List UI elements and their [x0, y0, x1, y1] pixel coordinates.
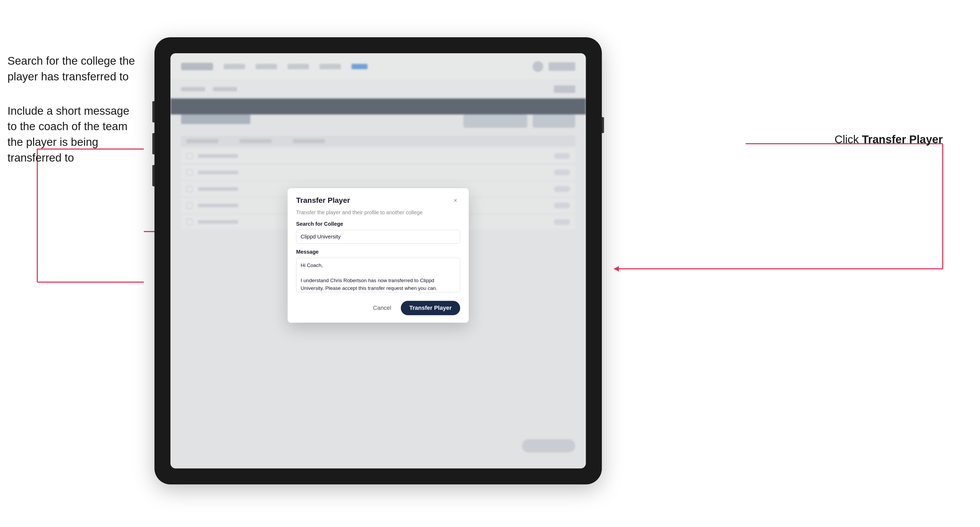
- annotation-line6: transferred to: [8, 151, 74, 164]
- annotation-right-prefix: Click: [835, 133, 862, 146]
- tablet-screen: Transfer Player × Transfer the player an…: [170, 53, 586, 468]
- transfer-player-button[interactable]: Transfer Player: [401, 301, 460, 315]
- annotation-line4: to the coach of the team: [8, 120, 127, 133]
- modal-footer: Cancel Transfer Player: [288, 301, 469, 322]
- svg-marker-7: [614, 266, 619, 271]
- modal-body: Transfer the player and their profile to…: [288, 205, 469, 301]
- cancel-button[interactable]: Cancel: [369, 302, 396, 314]
- tablet-power-button: [602, 117, 604, 133]
- annotation-line1: Search for the college the: [8, 55, 135, 67]
- annotation-line3: Include a short message: [8, 105, 129, 117]
- college-search-input[interactable]: [296, 230, 460, 243]
- college-field-label: Search for College: [296, 221, 460, 227]
- message-textarea[interactable]: [296, 258, 460, 292]
- transfer-player-modal: Transfer Player × Transfer the player an…: [288, 188, 469, 322]
- modal-header: Transfer Player ×: [288, 188, 469, 205]
- modal-close-button[interactable]: ×: [450, 195, 460, 205]
- tablet-device: Transfer Player × Transfer the player an…: [154, 37, 602, 484]
- tablet-volume-up-button: [152, 101, 154, 122]
- annotation-right: Click Transfer Player: [835, 133, 943, 146]
- modal-title: Transfer Player: [296, 196, 350, 205]
- annotation-line5: the player is being: [8, 136, 98, 148]
- modal-subtitle: Transfer the player and their profile to…: [296, 210, 460, 216]
- annotation-line2: player has transferred to: [8, 70, 129, 83]
- message-field-label: Message: [296, 249, 460, 255]
- tablet-mute-button: [152, 165, 154, 186]
- annotation-left: Search for the college the player has tr…: [8, 53, 146, 166]
- annotation-right-bold: Transfer Player: [862, 133, 943, 146]
- tablet-volume-down-button: [152, 133, 154, 154]
